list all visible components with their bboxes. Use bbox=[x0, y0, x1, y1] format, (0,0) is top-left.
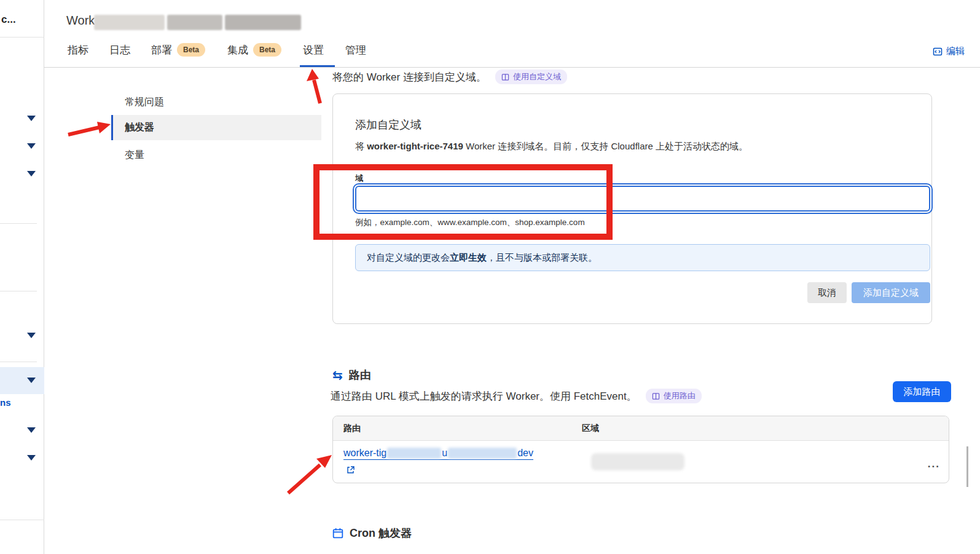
sidebar-item-clipped[interactable]: ns bbox=[0, 397, 11, 408]
edit-code-label: 编辑 bbox=[946, 46, 965, 57]
page-title: Work bbox=[66, 14, 95, 28]
worker-name: worker-tight-rice-7419 bbox=[367, 141, 463, 151]
docs-badge-label: 使用路由 bbox=[664, 390, 696, 402]
tab-settings[interactable]: 设置 bbox=[303, 43, 324, 57]
sidebar-divider bbox=[0, 37, 44, 38]
cron-section-title: Cron 触发器 bbox=[332, 526, 412, 540]
cancel-button[interactable]: 取消 bbox=[807, 282, 847, 303]
add-route-button[interactable]: 添加路由 bbox=[893, 381, 951, 402]
nav-label: 触发器 bbox=[125, 122, 154, 132]
redacted-title-block bbox=[225, 15, 301, 30]
routes-title-label: 路由 bbox=[349, 368, 371, 382]
annotation-arrow-triggers bbox=[65, 119, 113, 138]
route-url-link[interactable]: worker-tig u dev bbox=[343, 448, 533, 460]
route-prefix: worker-tig bbox=[343, 448, 386, 459]
annotation-arrow-route bbox=[280, 448, 338, 498]
tab-logs[interactable]: 日志 bbox=[109, 43, 130, 57]
chevron-down-icon[interactable] bbox=[27, 116, 36, 121]
settings-nav-general[interactable]: 常规问题 bbox=[111, 90, 321, 115]
book-icon bbox=[652, 392, 660, 400]
routes-table: 路由 区域 worker-tig u dev ... bbox=[332, 416, 949, 483]
nav-label: 变量 bbox=[125, 149, 144, 160]
desc-suffix: Worker 连接到域名。目前，仅支持 Cloudflare 上处于活动状态的域… bbox=[463, 141, 748, 151]
chevron-down-icon[interactable] bbox=[27, 143, 36, 149]
workers-settings-page: c... ns Work 指标 日志 部署 Beta 集成 Beta 设置 管理… bbox=[0, 0, 980, 554]
routes-description: 通过路由 URL 模式上触发的请求执行 Worker。使用 FetchEvent… bbox=[331, 389, 702, 403]
tab-metrics[interactable]: 指标 bbox=[68, 43, 88, 57]
routes-section-title: ⇆ 路由 bbox=[332, 368, 371, 382]
chevron-down-icon[interactable] bbox=[27, 455, 36, 461]
chevron-down-icon[interactable] bbox=[27, 333, 36, 338]
notice-prefix: 对自定义域的更改会 bbox=[367, 252, 450, 264]
settings-nav-triggers[interactable]: 触发器 bbox=[111, 115, 321, 140]
routes-desc-text: 通过路由 URL 模式上触发的请求执行 Worker。使用 FetchEvent… bbox=[331, 389, 637, 403]
route-suffix: dev bbox=[517, 448, 533, 459]
redacted-route-block bbox=[387, 448, 441, 459]
sidebar-item-active[interactable] bbox=[0, 367, 44, 394]
add-custom-domain-button[interactable]: 添加自定义域 bbox=[852, 282, 930, 303]
annotation-arrow-settings-tab bbox=[304, 68, 332, 108]
card-title: 添加自定义域 bbox=[355, 117, 421, 132]
route-mid: u bbox=[442, 448, 447, 459]
desc-prefix: 将 bbox=[355, 141, 367, 151]
redacted-zone-block bbox=[591, 453, 684, 470]
redacted-title-block bbox=[167, 15, 222, 30]
intro-text: 将您的 Worker 连接到自定义域。 bbox=[332, 70, 487, 84]
tabbar-border bbox=[44, 67, 980, 68]
chevron-down-icon[interactable] bbox=[27, 427, 36, 433]
settings-nav-variables[interactable]: 变量 bbox=[111, 143, 321, 168]
sidebar-divider bbox=[0, 520, 44, 520]
nav-label: 常规问题 bbox=[125, 97, 164, 107]
notice-suffix: ，且不与版本或部署关联。 bbox=[487, 252, 597, 264]
routes-table-header: 路由 区域 bbox=[333, 416, 949, 441]
column-header-route: 路由 bbox=[333, 423, 582, 434]
tab-integrations[interactable]: 集成 bbox=[227, 43, 248, 57]
annotation-red-rectangle bbox=[313, 164, 613, 240]
docs-badge-label: 使用自定义域 bbox=[513, 71, 561, 82]
code-editor-icon bbox=[933, 47, 943, 57]
custom-domain-intro: 将您的 Worker 连接到自定义域。 使用自定义域 bbox=[332, 69, 567, 84]
beta-badge: Beta bbox=[253, 43, 281, 57]
account-name[interactable]: c... bbox=[1, 14, 16, 26]
immediate-effect-notice: 对自定义域的更改会立即生效，且不与版本或部署关联。 bbox=[355, 244, 930, 271]
beta-badge: Beta bbox=[177, 43, 205, 57]
account-sidebar: c... ns bbox=[0, 0, 44, 554]
external-link-icon[interactable] bbox=[347, 465, 355, 474]
book-icon bbox=[501, 73, 509, 81]
scrollbar-thumb[interactable] bbox=[966, 446, 968, 487]
cron-title-label: Cron 触发器 bbox=[350, 526, 412, 540]
redacted-title-block bbox=[94, 15, 165, 30]
docs-badge-custom-domains[interactable]: 使用自定义域 bbox=[495, 69, 567, 84]
tab-manage[interactable]: 管理 bbox=[345, 43, 366, 57]
sidebar-divider bbox=[0, 362, 37, 362]
edit-code-link[interactable]: 编辑 bbox=[933, 46, 965, 57]
chevron-down-icon[interactable] bbox=[27, 171, 36, 176]
notice-bold: 立即生效 bbox=[450, 252, 487, 264]
routes-swap-icon: ⇆ bbox=[332, 368, 343, 382]
docs-badge-routes[interactable]: 使用路由 bbox=[646, 389, 702, 403]
calendar-icon bbox=[332, 528, 343, 539]
row-more-options-button[interactable]: ... bbox=[928, 458, 940, 470]
tab-deployments[interactable]: 部署 bbox=[151, 43, 172, 57]
sidebar-divider bbox=[0, 291, 37, 291]
card-description: 将 worker-tight-rice-7419 Worker 连接到域名。目前… bbox=[355, 141, 748, 152]
column-header-zone: 区域 bbox=[582, 423, 599, 434]
chevron-down-icon bbox=[27, 378, 36, 383]
sidebar-divider bbox=[0, 223, 37, 224]
redacted-route-block bbox=[448, 448, 517, 459]
